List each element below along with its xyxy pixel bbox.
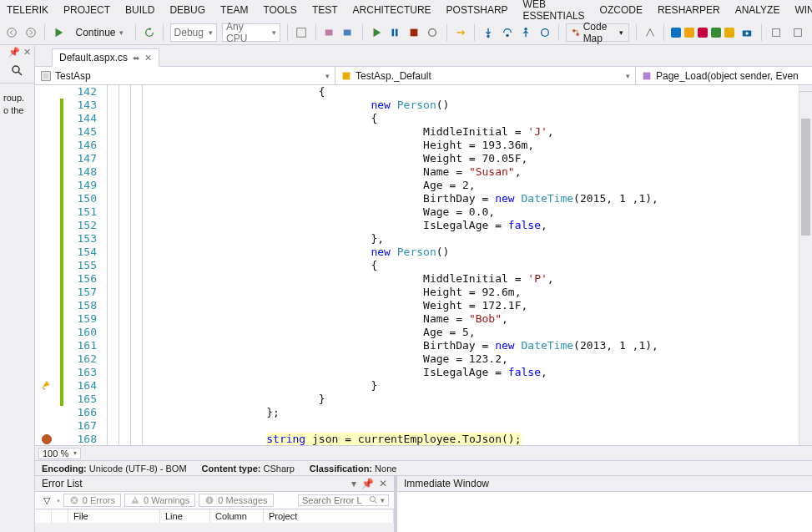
tab-pin-icon[interactable]: ⬌	[133, 53, 139, 63]
nav-scope-dropdown[interactable]: TestAsp ▾	[35, 67, 335, 84]
code-line[interactable]: Height = 193.36m,	[162, 139, 534, 152]
panel-close-icon[interactable]: ✕	[379, 478, 387, 489]
search-icon[interactable]	[11, 64, 24, 78]
menu-item-build[interactable]: BUILD	[125, 4, 154, 16]
breakpoint-icon[interactable]	[42, 434, 52, 444]
document-tab[interactable]: Default.aspx.cs ⬌ ✕	[52, 48, 159, 67]
code-line[interactable]: IsLegalAge = false,	[162, 366, 547, 379]
toolbar-end-icon-2[interactable]	[789, 23, 807, 42]
toolbar-icon[interactable]	[295, 23, 309, 42]
code-line[interactable]: new Person()	[162, 99, 449, 112]
col-line[interactable]: Line	[160, 509, 210, 523]
col-icon[interactable]	[52, 509, 68, 523]
nav-class-dropdown[interactable]: TestAsp._Default ▾	[335, 67, 636, 84]
error-list-title-bar[interactable]: Error List ▾ 📌 ✕	[35, 476, 394, 492]
panel-menu-icon[interactable]: ▾	[351, 478, 356, 489]
zoom-dropdown[interactable]: 100 % ▾	[38, 448, 81, 459]
step-icon[interactable]	[537, 23, 552, 42]
menu-item-tools[interactable]: TOOLS	[263, 4, 296, 16]
stop-icon[interactable]	[406, 23, 421, 42]
col-column[interactable]: Column	[210, 509, 264, 523]
menu-item-debug[interactable]: DEBUG	[169, 4, 205, 16]
config-dropdown[interactable]: Debug ▾	[170, 23, 217, 42]
code-line[interactable]: string json = currentEmployee.ToJson();	[162, 433, 522, 445]
panel-pin-icon[interactable]: 📌	[361, 478, 374, 489]
vertical-scrollbar[interactable]	[799, 85, 812, 445]
code-line[interactable]: Name = "Susan",	[162, 165, 522, 179]
col-project[interactable]: Project	[264, 509, 394, 523]
code-line[interactable]: IsLegalAge = false,	[162, 219, 547, 232]
restart-icon[interactable]	[142, 23, 156, 42]
menu-item-window[interactable]: WINDOW	[794, 4, 812, 16]
nav-back-icon[interactable]	[5, 23, 19, 42]
code-line[interactable]: Age = 2,	[162, 179, 476, 192]
codemap-button[interactable]: Code Map ▾	[566, 23, 629, 42]
code-line[interactable]: BirthDay = new DateTime(2015, 1 ,1),	[162, 192, 658, 205]
menu-item-web-essentials[interactable]: WEB ESSENTIALS	[523, 0, 585, 22]
code-line[interactable]: Name = "Bob",	[162, 312, 508, 326]
continue-button[interactable]: Continue ▾	[70, 27, 128, 38]
warnings-pill[interactable]: 0 Warnings	[124, 494, 195, 507]
code-line[interactable]: MiddleInitial = 'P',	[162, 272, 554, 286]
col-blank[interactable]	[35, 509, 52, 523]
toolbar-icon-2[interactable]	[322, 23, 336, 42]
menu-item-telerik[interactable]: TELERIK	[7, 4, 48, 16]
errors-pill[interactable]: 0 Errors	[63, 494, 121, 507]
code-line[interactable]: BirthDay = new DateTime(2013, 1 ,1),	[162, 339, 658, 352]
show-next-icon[interactable]	[453, 23, 467, 42]
code-line[interactable]: }	[162, 379, 377, 393]
step-out-icon[interactable]	[519, 23, 533, 42]
pause-icon[interactable]	[388, 23, 402, 42]
split-handle[interactable]	[799, 85, 812, 92]
step-over-icon[interactable]	[500, 23, 514, 42]
code-line[interactable]: {	[162, 259, 377, 272]
menu-item-architecture[interactable]: ARCHITECTURE	[353, 4, 431, 16]
col-file[interactable]: File	[68, 509, 160, 523]
menu-item-test[interactable]: TEST	[312, 4, 338, 16]
code-line[interactable]: };	[162, 406, 280, 419]
oz-icon-4[interactable]	[711, 28, 721, 38]
immediate-title-bar[interactable]: Immediate Window	[397, 476, 812, 492]
menu-item-project[interactable]: PROJECT	[63, 4, 110, 16]
code-line[interactable]: Weight = 172.1F,	[162, 299, 527, 312]
platform-dropdown[interactable]: Any CPU ▾	[222, 23, 280, 42]
oz-icon-3[interactable]	[698, 28, 708, 38]
camera-icon[interactable]	[738, 23, 756, 42]
code-line[interactable]: Wage = 123.2,	[162, 352, 508, 366]
menu-item-postsharp[interactable]: POSTSHARP	[446, 4, 508, 16]
code-editor[interactable]: 1421431441451461471481491501511521531541…	[35, 85, 812, 445]
oz-icon-2[interactable]	[684, 28, 694, 38]
scroll-thumb[interactable]	[801, 119, 810, 236]
code-line[interactable]: {	[162, 112, 377, 125]
play-icon[interactable]	[369, 23, 383, 42]
menu-item-resharper[interactable]: RESHARPER	[658, 4, 720, 16]
code-line[interactable]: Height = 92.6m,	[162, 286, 521, 299]
code-line[interactable]: Wage = 0.0,	[162, 205, 495, 219]
close-icon[interactable]: ✕	[23, 47, 31, 58]
error-search-input[interactable]	[302, 495, 369, 505]
nav-member-dropdown[interactable]: Page_Load(object sender, Even	[636, 67, 812, 84]
code-line[interactable]: new Person()	[162, 246, 449, 259]
menu-item-analyze[interactable]: ANALYZE	[735, 4, 780, 16]
lightbulb-icon[interactable]	[40, 379, 52, 391]
toolbar-misc-icon[interactable]	[643, 23, 658, 42]
code-line[interactable]: Age = 5,	[162, 326, 476, 339]
menu-item-ozcode[interactable]: OZCODE	[600, 4, 643, 16]
restart-debug-icon[interactable]	[426, 23, 440, 42]
step-into-icon[interactable]	[482, 23, 496, 42]
code-line[interactable]: {	[162, 85, 325, 99]
pin-icon[interactable]: 📌	[8, 47, 20, 58]
filter-icon[interactable]: ▽	[40, 495, 53, 506]
error-search[interactable]: ▾	[298, 494, 389, 506]
oz-icon-5[interactable]	[724, 28, 734, 38]
code-line[interactable]: MiddleInitial = 'J',	[162, 125, 554, 139]
code-line[interactable]: Weight = 70.05F,	[162, 152, 527, 165]
nav-forward-icon[interactable]	[24, 23, 38, 42]
toolbar-icon-3[interactable]	[341, 23, 356, 42]
immediate-content[interactable]	[397, 492, 812, 532]
glyph-margin[interactable]	[35, 85, 60, 445]
tab-close-icon[interactable]: ✕	[144, 53, 152, 63]
code-content[interactable]: { new Person() { MiddleInitial = 'J', He…	[162, 85, 812, 445]
messages-pill[interactable]: 0 Messages	[199, 494, 273, 507]
code-line[interactable]: }	[162, 393, 325, 406]
